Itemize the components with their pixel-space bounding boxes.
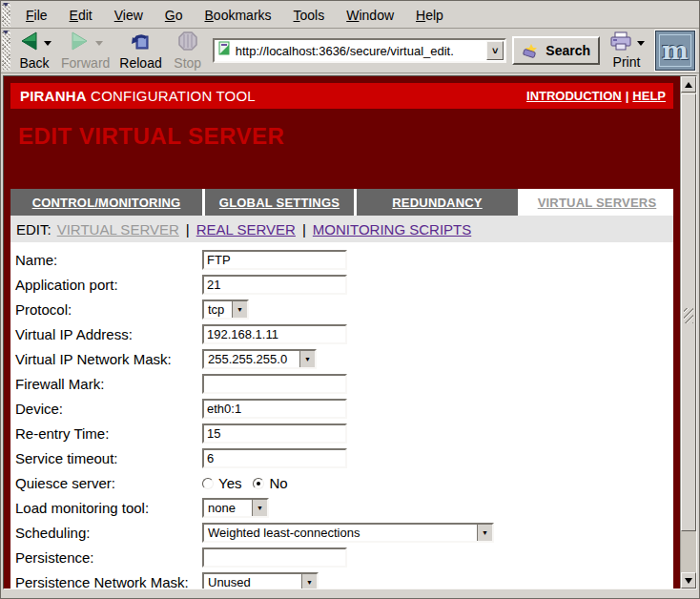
brand-bold: PIRANHA: [20, 88, 87, 104]
bookmark-icon[interactable]: [217, 41, 232, 60]
menubar-grippy[interactable]: [2, 3, 10, 27]
application-port-label: Application port:: [10, 275, 202, 295]
header-links: INTRODUCTION|HELP: [526, 89, 666, 103]
print-button[interactable]: Print: [604, 30, 649, 72]
forward-dropdown-caret: [95, 41, 103, 46]
piranha-page: PIRANHA CONFIGURATION TOOL INTRODUCTION|…: [4, 76, 680, 589]
reload-icon: [130, 31, 153, 55]
form-row-quiesce-server: Quiesce server:YesNo: [10, 473, 673, 498]
menu-window[interactable]: Window: [338, 3, 402, 28]
scrollbar-thumb[interactable]: [681, 93, 696, 531]
back-dropdown-caret[interactable]: [44, 41, 51, 46]
menu-go[interactable]: Go: [156, 3, 192, 28]
chevron-down-icon[interactable]: [299, 351, 315, 367]
virtual-ip-address-input[interactable]: 192.168.1.11: [202, 324, 347, 344]
print-dropdown-caret[interactable]: [637, 41, 645, 46]
tab-global-settings[interactable]: GLOBAL SETTINGS: [205, 189, 354, 216]
forward-button: Forward: [56, 30, 114, 72]
mozilla-logo-icon: m: [659, 34, 691, 67]
subnav-link-monitoring-scripts[interactable]: MONITORING SCRIPTS: [313, 221, 471, 238]
header-link-separator: |: [626, 89, 629, 103]
chevron-down-icon[interactable]: [477, 525, 492, 541]
url-bar[interactable]: http://localhost:3636/secure/virtual_edi…: [213, 38, 507, 63]
browser-window: FileEditViewGoBookmarksToolsWindowHelp B…: [0, 0, 700, 599]
menu-edit[interactable]: Edit: [61, 3, 101, 28]
form-row-load-monitoring-tool: Load monitoring tool:none: [10, 498, 673, 523]
device-input[interactable]: eth0:1: [202, 399, 347, 419]
tab-virtual-servers[interactable]: VIRTUAL SERVERS: [521, 189, 673, 216]
form-row-firewall-mark: Firewall Mark:: [10, 374, 673, 399]
quiesce-server-radio-no[interactable]: [253, 478, 264, 489]
forward-label: Forward: [61, 56, 110, 71]
scroll-down-button[interactable]: [681, 572, 696, 589]
forward-icon: [69, 31, 92, 55]
virtual-ip-network-mask-select-value: 255.255.255.0: [204, 351, 299, 367]
content-panel: CONTROL/MONITORINGGLOBAL SETTINGSREDUNDA…: [10, 189, 673, 589]
re-entry-time-input[interactable]: 15: [202, 423, 347, 444]
mozilla-logo-button[interactable]: m: [655, 31, 695, 71]
menu-file[interactable]: File: [17, 3, 56, 28]
scroll-up-icon: [685, 82, 692, 88]
load-monitoring-tool-label: Load monitoring tool:: [10, 498, 202, 518]
menu-bar: FileEditViewGoBookmarksToolsWindowHelp: [1, 1, 699, 29]
search-button[interactable]: Search: [512, 36, 600, 65]
scheduling-select[interactable]: Weighted least-connections: [202, 523, 494, 543]
scheduling-label: Scheduling:: [10, 523, 202, 543]
service-timeout-input[interactable]: 6: [202, 448, 347, 468]
load-monitoring-tool-select-value: none: [204, 500, 252, 516]
application-port-input[interactable]: 21: [202, 275, 347, 295]
back-icon: [17, 31, 40, 55]
tab-redundancy[interactable]: REDUNDANCY: [357, 189, 518, 216]
vertical-scrollbar[interactable]: [680, 76, 696, 589]
page-title: EDIT VIRTUAL SERVER: [18, 123, 680, 150]
back-label: Back: [19, 56, 49, 71]
persistence-input[interactable]: [202, 547, 347, 568]
introduction-link[interactable]: INTRODUCTION: [526, 89, 622, 103]
print-label: Print: [613, 55, 641, 70]
form-row-virtual-ip-address: Virtual IP Address:192.168.1.11: [10, 324, 673, 349]
service-timeout-label: Service timeout:: [10, 448, 202, 468]
persistence-network-mask-select-value: Unused: [204, 574, 301, 589]
scroll-up-button[interactable]: [681, 76, 696, 93]
chevron-down-icon[interactable]: [232, 301, 247, 318]
scroll-down-icon: [685, 578, 692, 584]
toolbar-grippy[interactable]: [2, 31, 10, 71]
search-label: Search: [546, 43, 590, 58]
tab-control-monitoring[interactable]: CONTROL/MONITORING: [10, 189, 202, 216]
form-row-application-port: Application port:21: [10, 275, 673, 300]
form-row-service-timeout: Service timeout:6: [10, 448, 673, 473]
reload-label: Reload: [119, 56, 161, 71]
quiesce-server-radio-yes[interactable]: [202, 478, 214, 489]
url-input[interactable]: http://localhost:3636/secure/virtual_edi…: [236, 44, 487, 58]
chevron-down-icon[interactable]: [301, 574, 317, 589]
load-monitoring-tool-select[interactable]: none: [202, 498, 269, 518]
tab-bar: CONTROL/MONITORINGGLOBAL SETTINGSREDUNDA…: [10, 189, 673, 216]
help-link[interactable]: HELP: [632, 89, 666, 103]
firewall-mark-input[interactable]: [202, 374, 347, 394]
protocol-select[interactable]: tcp: [202, 300, 249, 320]
form-row-device: Device:eth0:1: [10, 399, 673, 423]
persistence-network-mask-select[interactable]: Unused: [202, 572, 319, 589]
chevron-down-icon[interactable]: [252, 500, 267, 516]
virtual-ip-network-mask-select[interactable]: 255.255.255.0: [202, 349, 317, 369]
subnav-bar: EDIT:VIRTUAL SERVER|REAL SERVER|MONITORI…: [10, 216, 673, 242]
name-input[interactable]: FTP: [202, 250, 347, 270]
form-row-persistence: Persistence:: [10, 547, 673, 572]
url-dropdown-button[interactable]: [486, 41, 504, 60]
menu-view[interactable]: View: [106, 3, 152, 28]
subnav-link-virtual-server: VIRTUAL SERVER: [57, 221, 179, 238]
reload-button[interactable]: Reload: [114, 30, 166, 72]
menu-items: FileEditViewGoBookmarksToolsWindowHelp: [12, 2, 452, 28]
brand-rest: CONFIGURATION TOOL: [87, 88, 256, 104]
navigation-toolbar: Back Forward: [1, 29, 699, 73]
back-button[interactable]: Back: [12, 30, 56, 72]
scrollbar-track[interactable]: [681, 93, 696, 589]
menu-bookmarks[interactable]: Bookmarks: [196, 3, 280, 28]
re-entry-time-label: Re-entry Time:: [10, 423, 202, 444]
subnav-separator: |: [302, 221, 306, 238]
menu-help[interactable]: Help: [407, 3, 452, 28]
quiesce-server-radio-group: YesNo: [202, 473, 299, 493]
form-row-scheduling: Scheduling:Weighted least-connections: [10, 523, 673, 547]
subnav-link-real-server[interactable]: REAL SERVER: [196, 221, 296, 238]
menu-tools[interactable]: Tools: [285, 3, 334, 28]
